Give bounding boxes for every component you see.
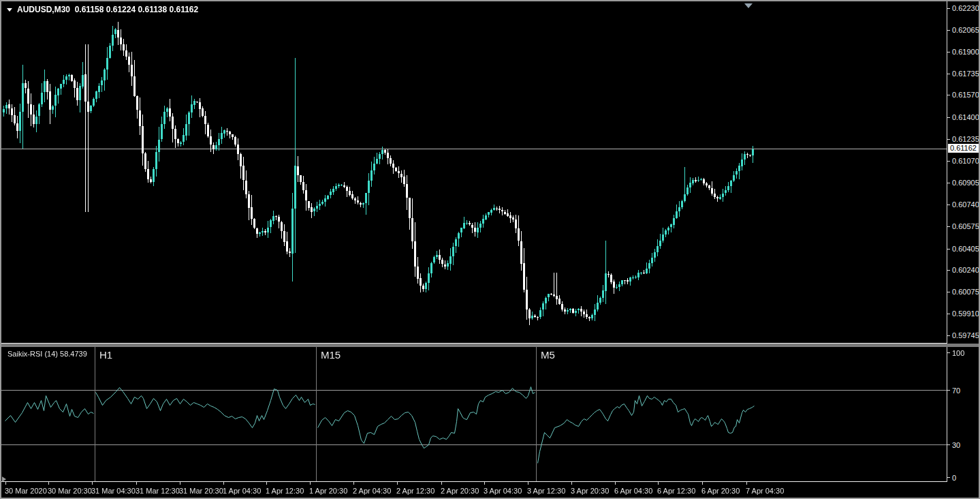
time-axis-label: 2 Apr 12:30 (396, 487, 434, 495)
rsi-axis-tick (947, 352, 950, 353)
price-axis-label: 0.62065 (952, 26, 979, 34)
price-axis-tick (947, 139, 950, 140)
indicator-frame-bottom (1, 481, 947, 482)
time-axis-label: 31 Mar 20:30 (179, 487, 223, 495)
rsi-axis-tick (947, 390, 950, 391)
time-axis-tick (136, 482, 137, 485)
price-axis-label: 0.60075 (952, 288, 979, 296)
time-axis-label: 2 Apr 04:30 (353, 487, 391, 495)
time-axis-label: 1 Apr 04:30 (223, 487, 261, 495)
timeframe-label-m15: M15 (321, 349, 341, 361)
price-axis-tick (947, 292, 950, 292)
time-axis-tick (746, 482, 747, 485)
time-axis-tick (266, 482, 267, 485)
time-axis-label: 3 Apr 12:30 (527, 487, 565, 495)
time-axis-label: 3 Apr 04:30 (484, 487, 522, 495)
price-axis-label: 0.60905 (952, 179, 979, 187)
price-axis-tick (947, 270, 950, 271)
time-axis-label: 31 Mar 12:30 (136, 487, 180, 495)
timeframe-label-m5: M5 (541, 349, 555, 361)
time-axis-tick (484, 482, 485, 485)
timeframe-label-h1: H1 (99, 349, 112, 361)
price-axis-label: 0.60575 (952, 222, 979, 230)
time-axis-label: 6 Apr 12:30 (657, 487, 695, 495)
price-axis-tick (947, 117, 950, 118)
time-axis-label: 6 Apr 04:30 (614, 487, 652, 495)
rsi-indicator-canvas[interactable] (1, 347, 947, 481)
panel-resize-grip-icon[interactable] (2, 477, 6, 482)
price-axis-tick (947, 74, 950, 74)
price-axis-tick (947, 314, 950, 314)
price-axis-tick (947, 205, 950, 205)
price-axis-label: 0.60405 (952, 245, 979, 253)
price-axis-tick (947, 249, 950, 250)
time-axis-tick (615, 482, 616, 485)
time-axis-tick (92, 482, 93, 485)
time-axis-tick (441, 482, 442, 485)
symbol-dropdown-icon (7, 8, 12, 12)
price-axis-tick (947, 335, 950, 336)
time-axis-label: 1 Apr 12:30 (266, 487, 304, 495)
price-axis-tick (947, 161, 950, 162)
chart-window: AUDUSD,M30 0.61158 0.61224 0.61138 0.611… (0, 0, 980, 499)
time-axis-tick (180, 482, 180, 485)
chart-shift-marker-icon[interactable] (744, 3, 753, 8)
time-axis-label: 6 Apr 20:30 (701, 487, 740, 495)
price-chart-canvas[interactable] (1, 1, 947, 343)
time-axis-tick (353, 482, 354, 485)
price-axis-label: 0.59745 (952, 331, 979, 339)
price-axis-label: 0.61735 (952, 70, 979, 78)
time-axis-label: 31 Mar 04:30 (91, 487, 136, 495)
symbol-title: AUDUSD,M30 (17, 5, 70, 14)
price-axis-label: 0.61570 (952, 91, 979, 99)
time-axis-tick (571, 482, 572, 485)
rsi-axis-tick (947, 477, 950, 478)
price-axis-tick (947, 183, 950, 183)
price-axis-label: 0.62230 (952, 4, 979, 12)
price-axis-label: 0.59910 (952, 309, 979, 318)
rsi-axis-tick (947, 444, 950, 445)
time-axis-tick (702, 482, 703, 485)
time-axis-tick (658, 482, 659, 485)
time-axis-label: 3 Apr 20:30 (571, 487, 609, 495)
price-axis-tick (947, 52, 950, 52)
time-axis-label: 2 Apr 20:30 (441, 487, 479, 495)
rsi-axis-label: 100 (952, 349, 964, 357)
time-axis-tick (223, 482, 224, 485)
symbol-ohlc-label: AUDUSD,M30 0.61158 0.61224 0.61138 0.611… (5, 5, 198, 14)
time-axis-label: 30 Mar 2020 (5, 487, 47, 495)
price-axis-label: 0.61900 (952, 48, 979, 56)
rsi-indicator-label: Saikix-RSI (14) 58.4739 (7, 350, 87, 358)
current-price-label: 0.61162 (948, 144, 979, 153)
price-axis-label: 0.61235 (952, 135, 979, 143)
price-axis-tick (947, 226, 950, 227)
rsi-axis-label: 0 (952, 474, 956, 482)
time-axis-tick (48, 482, 49, 485)
price-axis-tick (947, 95, 950, 95)
ohlc-text: 0.61158 0.61224 0.61138 0.61162 (75, 5, 199, 14)
rsi-axis-label: 70 (952, 387, 960, 395)
time-axis-tick (397, 482, 398, 485)
price-axis-label: 0.61400 (952, 113, 979, 121)
price-axis-label: 0.60740 (952, 200, 979, 209)
time-axis-label: 1 Apr 20:30 (309, 487, 347, 495)
time-axis-label: 7 Apr 04:30 (746, 487, 784, 495)
price-axis-tick (947, 30, 950, 31)
price-axis-tick (947, 8, 950, 9)
ohlc-values (70, 5, 75, 14)
time-axis-label: 30 Mar 20:30 (48, 487, 92, 495)
time-axis-tick (5, 482, 6, 485)
time-axis-tick (528, 482, 528, 485)
rsi-axis-label: 30 (952, 441, 960, 449)
time-axis-tick (310, 482, 311, 485)
price-axis-label: 0.60240 (952, 266, 979, 274)
price-axis-label: 0.61070 (952, 157, 979, 165)
chart-indicator-divider[interactable] (1, 344, 979, 347)
